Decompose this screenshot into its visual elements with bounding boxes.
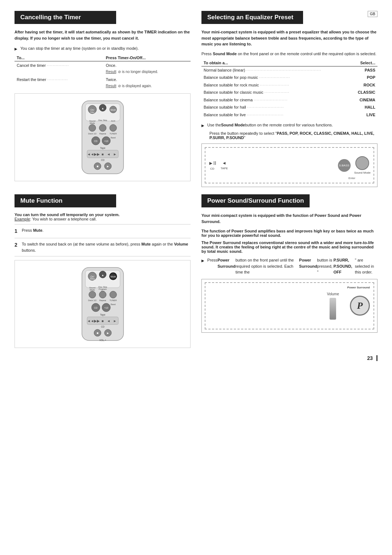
svg-text:Repeat: Repeat [99,299,106,301]
svg-text:Tape: Tape [100,147,105,150]
svg-text:TUNER: TUNER [109,133,117,135]
divider [15,256,191,256]
result-text: Result: ⊘ is displayed again. [106,84,152,88]
table-row: Cancel the timer ··············· Once. R… [15,61,191,76]
svg-text:►: ► [106,165,110,168]
svg-text:▶▶: ▶▶ [94,152,99,156]
eq-arrow-note2: Press the button repeatedly to select "P… [209,131,377,140]
svg-text:+10: +10 [104,307,108,309]
power-surround-panel: Power Surround Volume P [201,279,377,333]
table-action: Cancel the timer ··············· [15,61,103,76]
svg-text:▶▶: ▶▶ [94,319,99,323]
cancel-timer-arrow-note: You can stop the timer at any time (syst… [15,45,191,52]
svg-text:Mute: Mute [110,275,116,278]
svg-point-51 [99,291,106,298]
equalizer-intro: Your mini-compact system is equipped wit… [201,29,377,47]
table-press: Once. Result: ⊘ is no longer displayed. [103,61,191,76]
svg-text:Repeat: Repeat [99,133,106,135]
svg-text:◄: ◄ [107,319,110,323]
divider [15,238,191,238]
table-press: Twice. Result: ⊘ is displayed again. [103,76,191,90]
gb-badge: GB [368,11,377,17]
page-layout: Cancelling the Timer After having set th… [15,11,377,348]
remote-svg: On/ Stby ▲ Mute Sound Mode Disc Skip AUX… [70,97,135,177]
svg-text:▲: ▲ [101,274,104,277]
eq-col1: To obtain a... [201,60,351,66]
power-sound-intro: Your mini-compact system is equipped wit… [201,212,377,224]
equalizer-press-note: Press Sound Mode on the front panel or o… [201,52,377,56]
svg-text:Tape: Tape [100,313,105,316]
svg-text:◄: ◄ [107,152,110,156]
svg-point-52 [110,291,117,298]
eq-col2: Select... [351,60,377,66]
svg-text:■: ■ [97,331,98,335]
table-action: Restart the timer ·············· [15,76,103,90]
example-label: Example [15,217,30,221]
page-number: 23 [367,355,377,361]
remote-illustration-mute: On/ Stby ▲ Mute Sound Mode Disc Skip Pro… [15,260,191,348]
cancel-timer-heading: Cancelling the Timer [15,11,116,24]
svg-text:Mute: Mute [110,109,116,111]
svg-text:■: ■ [102,319,104,323]
cancel-timer-section: Cancelling the Timer After having set th… [15,11,191,187]
power-sound-arrow-note: Press Power Surround button on the front… [201,257,377,275]
remote-svg-mute: On/ Stby ▲ Mute Sound Mode Disc Skip Pro… [70,264,135,344]
table-row: Balance suitable for rock music ········… [201,81,377,89]
power-sound-heading: Power Sound/Surround Function [201,194,310,207]
svg-text:CD: CD [101,159,105,161]
svg-text:◄◄: ◄◄ [87,319,94,323]
table-row: Balance suitable for pop music ·········… [201,74,377,81]
svg-text:CD: CD [101,325,105,328]
equalizer-panel-display: ►II CD ◄ TAPE S.BASS Sound Mode Ente [201,143,377,187]
svg-text:AUX: AUX [111,120,115,122]
page-number-area: 23 [15,355,377,361]
equalizer-section: GB Selecting an Equalizer Preset Your mi… [201,11,377,187]
svg-point-15 [110,125,117,131]
svg-text:CD: CD [94,140,98,142]
svg-text:Deck 1/2: Deck 1/2 [88,133,97,135]
result-text: Result: ⊘ is no longer displayed. [106,70,158,74]
svg-text:TUNER: TUNER [109,299,117,301]
equalizer-heading: Selecting an Equalizer Preset [201,11,303,24]
mute-intro: You can turn the sound off temporarily o… [15,212,191,221]
svg-text:Disc Skip: Disc Skip [98,119,107,121]
table-row: Balance suitable for cinema ············… [201,96,377,104]
table-row: Balance suitable for live ··············… [201,111,377,119]
svg-text:►: ► [113,319,116,323]
table-row: Restart the timer ·············· Twice. … [15,76,191,90]
svg-point-13 [89,125,95,131]
table-row: Balance suitable for hall ··············… [201,104,377,111]
power-sound-para2: The Power Surround replaces conventional… [201,240,377,254]
power-sound-section: Power Sound/Surround Function Your mini-… [201,194,377,348]
svg-text:■: ■ [102,152,104,156]
table-row: Normal balance (linear) ················… [201,66,377,74]
example-text: You wish to answer a telephone call. [32,217,97,221]
svg-text:CD: CD [94,307,98,309]
svg-text:■: ■ [97,165,98,168]
svg-text:Band: Band [111,137,115,139]
svg-text:Stby: Stby [90,278,95,280]
power-sound-para1: The function of Power Sound amplifies ba… [201,229,377,238]
svg-point-14 [99,125,106,131]
svg-text:◄◄: ◄◄ [87,152,94,156]
svg-text:►: ► [113,152,116,156]
svg-text:Band: Band [111,303,115,305]
svg-text:Mode: Mode [90,122,95,124]
svg-text:Stby: Stby [90,111,94,113]
divider [15,224,191,224]
svg-text:+10: +10 [104,140,108,142]
mute-section: Mute Function You can turn the sound off… [15,194,191,348]
eq-arrow-note1: Use the Sound Mode button on the remote … [201,122,377,128]
cancel-timer-table: To... Press Timer-On/Off... Cancel the t… [15,54,191,90]
mute-step-2: 2 To switch the sound back on (at the sa… [15,241,191,253]
svg-text:VOL.+: VOL.+ [99,339,106,341]
svg-text:Mode: Mode [90,289,95,291]
remote-illustration-cancel: On/ Stby ▲ Mute Sound Mode Disc Skip AUX… [15,93,191,181]
mute-step-1: 1 Press Mute. [15,227,191,235]
cancel-timer-intro: After having set the timer, it will star… [15,29,191,41]
svg-text:▲: ▲ [101,107,104,110]
table-col1: To... [15,54,103,61]
svg-text:Deck 1/2: Deck 1/2 [88,299,97,301]
svg-text:►: ► [106,331,110,335]
table-row: Balance suitable for classic music ·····… [201,89,377,96]
